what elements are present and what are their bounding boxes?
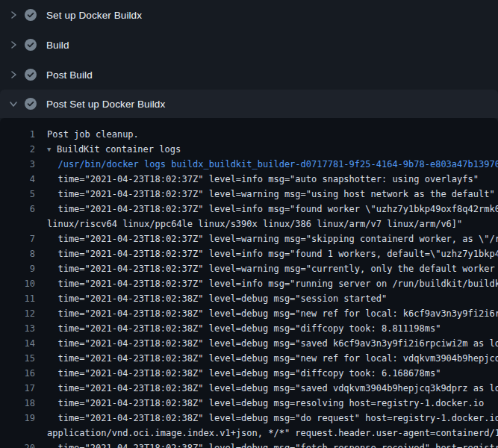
log-line-number[interactable]: 18 [0, 396, 35, 411]
log-text: time="2021-04-23T18:02:38Z" level=debug … [47, 366, 498, 381]
log-line: 15 time="2021-04-23T18:02:38Z" level=deb… [0, 351, 498, 366]
log-line-number [0, 426, 35, 441]
log-text: time="2021-04-23T18:02:37Z" level=warnin… [47, 261, 498, 276]
step-label: Build [46, 40, 69, 51]
log-text: time="2021-04-23T18:02:37Z" level=info m… [47, 202, 498, 217]
log-text: time="2021-04-23T18:02:38Z" level=debug … [47, 291, 498, 306]
log-line: 3 /usr/bin/docker logs buildx_buildkit_b… [0, 157, 498, 172]
log-command-text: /usr/bin/docker logs buildx_buildkit_bui… [47, 157, 498, 172]
log-text: time="2021-04-23T18:02:37Z" level=warnin… [47, 231, 498, 246]
step-header-build[interactable]: Build [0, 30, 498, 60]
log-line[interactable]: 2▼BuildKit container logs [0, 142, 498, 157]
step-label: Set up Docker Buildx [46, 10, 142, 21]
step-header-set-up-docker-buildx[interactable]: Set up Docker Buildx [0, 0, 498, 30]
log-line: 8 time="2021-04-23T18:02:37Z" level=info… [0, 246, 498, 261]
log-line: 17 time="2021-04-23T18:02:38Z" level=deb… [0, 381, 498, 396]
log-text: application/vnd.oci.image.index.v1+json,… [47, 426, 498, 441]
log-text: time="2021-04-23T18:02:38Z" level=debug … [47, 306, 498, 321]
log-line: 13 time="2021-04-23T18:02:38Z" level=deb… [0, 321, 498, 336]
log-line-number[interactable]: 3 [0, 157, 35, 172]
chevron-down-icon[interactable] [9, 99, 18, 108]
log-line: 5 time="2021-04-23T18:02:37Z" level=warn… [0, 187, 498, 202]
log-text: Post job cleanup. [47, 127, 498, 142]
job-steps-list: Set up Docker Buildx Build Post Build Po… [0, 0, 498, 118]
log-line-number[interactable]: 14 [0, 336, 35, 351]
log-line-number[interactable]: 8 [0, 246, 35, 261]
log-line-continuation: application/vnd.oci.image.index.v1+json,… [0, 426, 498, 441]
success-check-icon [25, 69, 37, 81]
success-check-icon [25, 39, 37, 51]
log-line-number[interactable]: 16 [0, 366, 35, 381]
log-line-number[interactable]: 12 [0, 306, 35, 321]
log-text: time="2021-04-23T18:02:38Z" level=debug … [47, 381, 498, 396]
log-line-number [0, 217, 35, 231]
log-text: time="2021-04-23T18:02:38Z" level=debug … [47, 411, 498, 426]
log-line-number[interactable]: 15 [0, 351, 35, 366]
log-line: 7 time="2021-04-23T18:02:37Z" level=warn… [0, 231, 498, 246]
log-line: 6 time="2021-04-23T18:02:37Z" level=info… [0, 202, 498, 217]
log-text: time="2021-04-23T18:02:37Z" level=info m… [47, 246, 498, 261]
log-line-number[interactable]: 10 [0, 276, 35, 291]
log-line: 18 time="2021-04-23T18:02:38Z" level=deb… [0, 396, 498, 411]
log-line-continuation: linux/riscv64 linux/ppc64le linux/s390x … [0, 217, 498, 231]
step-label: Post Build [46, 69, 93, 81]
log-line: 11 time="2021-04-23T18:02:38Z" level=deb… [0, 291, 498, 306]
chevron-right-icon[interactable] [9, 10, 18, 19]
log-line: 1Post job cleanup. [0, 127, 498, 142]
log-line-number[interactable]: 9 [0, 261, 35, 276]
log-text: time="2021-04-23T18:02:38Z" level=debug … [47, 441, 498, 448]
log-line-number[interactable]: 1 [0, 127, 35, 142]
log-line-number[interactable]: 20 [0, 441, 35, 448]
log-text: time="2021-04-23T18:02:38Z" level=debug … [47, 351, 498, 366]
group-expand-triangle-icon[interactable]: ▼ [47, 142, 57, 157]
log-text: time="2021-04-23T18:02:38Z" level=debug … [47, 336, 498, 351]
log-text: time="2021-04-23T18:02:37Z" level=warnin… [47, 187, 498, 202]
log-text: time="2021-04-23T18:02:38Z" level=debug … [47, 321, 498, 336]
log-text: linux/riscv64 linux/ppc64le linux/s390x … [47, 217, 498, 231]
log-line-number[interactable]: 19 [0, 411, 35, 426]
step-log-output: 1Post job cleanup.2▼BuildKit container l… [0, 118, 498, 448]
step-header-post-build[interactable]: Post Build [0, 60, 498, 90]
log-line-number[interactable]: 17 [0, 381, 35, 396]
log-line-number[interactable]: 4 [0, 172, 35, 187]
log-line: 10 time="2021-04-23T18:02:37Z" level=inf… [0, 276, 498, 291]
log-line-number[interactable]: 7 [0, 231, 35, 246]
log-line-number[interactable]: 11 [0, 291, 35, 306]
log-line-number[interactable]: 13 [0, 321, 35, 336]
log-line-number[interactable]: 5 [0, 187, 35, 202]
log-text: time="2021-04-23T18:02:38Z" level=debug … [47, 396, 498, 411]
success-check-icon [25, 9, 37, 21]
step-header-post-set-up-docker-buildx[interactable]: Post Set up Docker Buildx [0, 90, 498, 118]
log-line: 19 time="2021-04-23T18:02:38Z" level=deb… [0, 411, 498, 426]
log-line: 14 time="2021-04-23T18:02:38Z" level=deb… [0, 336, 498, 351]
log-text: BuildKit container logs [57, 142, 498, 157]
step-label: Post Set up Docker Buildx [46, 99, 165, 110]
log-line: 9 time="2021-04-23T18:02:37Z" level=warn… [0, 261, 498, 276]
chevron-right-icon[interactable] [9, 70, 18, 79]
log-line: 12 time="2021-04-23T18:02:38Z" level=deb… [0, 306, 498, 321]
log-text: time="2021-04-23T18:02:37Z" level=info m… [47, 172, 498, 187]
log-line: 20 time="2021-04-23T18:02:38Z" level=deb… [0, 441, 498, 448]
log-text: time="2021-04-23T18:02:37Z" level=info m… [47, 276, 498, 291]
log-line-number[interactable]: 2 [0, 142, 35, 157]
chevron-right-icon[interactable] [9, 40, 18, 49]
log-line: 16 time="2021-04-23T18:02:38Z" level=deb… [0, 366, 498, 381]
log-line: 4 time="2021-04-23T18:02:37Z" level=info… [0, 172, 498, 187]
success-check-icon [25, 98, 37, 110]
log-line-number[interactable]: 6 [0, 202, 35, 217]
